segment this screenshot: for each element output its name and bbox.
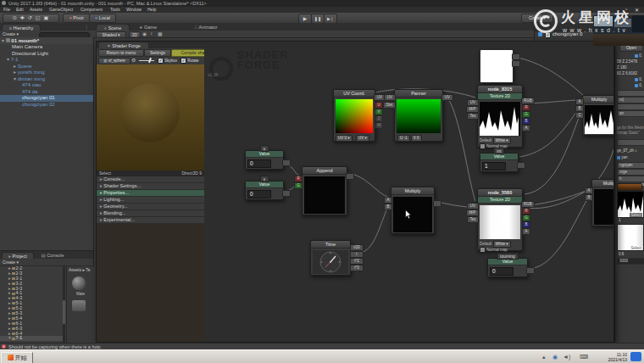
gear-icon[interactable]: ⚙ — [131, 57, 136, 63]
output-port[interactable] — [346, 173, 354, 180]
preview-slider[interactable] — [139, 60, 154, 61]
hierarchy-item-selected[interactable]: chongciyan 01 — [0, 95, 93, 102]
hierarchy-item[interactable]: ▸ yunshi zong — [0, 70, 93, 76]
node-multiply-farright[interactable]: Multiply A B — [591, 179, 613, 226]
start-button[interactable]: 开始 — [1, 352, 33, 363]
input-port-b[interactable]: B — [575, 105, 584, 112]
pivot-button[interactable]: ● Pivot — [63, 14, 90, 23]
input-port-mip[interactable]: MIP — [466, 209, 479, 216]
input-port-mip[interactable]: MIP — [466, 106, 479, 113]
tab-animator[interactable]: ⁝⁝ Animator — [186, 24, 225, 31]
foldout-icon[interactable]: ▾ — [7, 57, 9, 62]
output-port-t2[interactable]: t*2 — [350, 258, 364, 265]
menu-file[interactable]: File — [3, 7, 10, 12]
normal-map-checkbox[interactable] — [480, 247, 486, 253]
asset-thumbnail[interactable] — [72, 300, 86, 311]
scene-root-row[interactable]: ▾ 01 mounth* — [0, 37, 93, 44]
inspector-dropdown[interactable] — [617, 90, 644, 97]
node-multiply-mid[interactable]: Multiply A B — [391, 187, 435, 234]
panner-u-value[interactable]: U -1 — [397, 135, 410, 142]
inspector-dropdown[interactable] — [617, 103, 644, 110]
inspector-dropdown[interactable]: h — [617, 176, 644, 182]
tray-network-icon[interactable]: ◉ — [552, 354, 558, 360]
input-port-tex[interactable]: Tex — [467, 113, 479, 120]
foldout-icon[interactable]: ▸ — [14, 70, 16, 75]
menu-window[interactable]: Window — [126, 7, 142, 12]
output-port-v[interactable]: V — [375, 109, 383, 115]
shader-row[interactable]: orge — [617, 169, 644, 176]
output-port-uv[interactable]: UV — [441, 94, 453, 101]
section-geometry[interactable]: ▸ Geometry... — [97, 204, 204, 210]
value-input[interactable]: 1 — [482, 162, 506, 170]
node-int[interactable]: int Value 1 — [480, 153, 519, 172]
section-console[interactable]: ▸ Console... — [97, 176, 204, 183]
output-port-z[interactable]: Z — [375, 115, 383, 122]
tab-game[interactable]: ◄ Game — [131, 24, 164, 31]
mesh-dropdown[interactable]: ▦ sf_sphere — [98, 58, 130, 64]
2d-toggle[interactable]: 2D — [129, 31, 141, 38]
foldout-icon[interactable]: ▸ — [14, 64, 16, 69]
input-port-dist[interactable]: Dist — [383, 102, 396, 109]
node-value-u[interactable]: u Value 0 — [245, 150, 284, 170]
value-input[interactable]: 0 — [490, 267, 514, 276]
local-button[interactable]: ● Local — [89, 14, 116, 23]
foldout-icon[interactable]: ▾ — [2, 38, 4, 43]
tray-icon[interactable]: ▴ — [542, 354, 546, 360]
output-port-r[interactable]: R — [522, 208, 530, 215]
node-tex-5580[interactable]: node_5580 Texture 2D Default White ▾ Nor… — [477, 188, 523, 251]
uv-channel-dropdown[interactable]: UV 0 ▾ — [336, 135, 353, 142]
tray-volume-icon[interactable]: ◄) — [563, 354, 570, 360]
node-texture-white-top[interactable] — [480, 49, 514, 83]
effects-toggle-icon[interactable]: ▦ — [158, 31, 163, 36]
output-port-t3[interactable]: t*3 — [350, 265, 364, 271]
panner-v-value[interactable]: V 0 — [411, 135, 422, 142]
input-port-c[interactable]: C — [575, 112, 584, 119]
hierarchy-item[interactable]: Main Camera — [0, 44, 93, 51]
normal-map-checkbox[interactable] — [480, 143, 486, 149]
value-input[interactable]: 0 — [247, 190, 271, 198]
input-port-g[interactable]: G — [294, 182, 303, 189]
input-port-a[interactable]: A — [384, 197, 392, 204]
section-shader-settings[interactable]: ▸ Shader Settings... — [97, 183, 204, 190]
node-value-v[interactable]: v Value 0 — [245, 181, 284, 200]
output-port-b[interactable]: B — [522, 118, 530, 125]
material-thumbnail[interactable] — [72, 276, 86, 290]
hierarchy-item[interactable]: Directional Light — [0, 51, 93, 58]
output-port-u[interactable]: U — [375, 102, 383, 109]
select-label[interactable]: Select — [99, 170, 111, 176]
menu-help[interactable]: Help — [147, 7, 156, 12]
texture-thumb-white[interactable]: Select — [617, 224, 644, 251]
node-touming[interactable]: touming Value 0 — [487, 258, 528, 277]
taskbar-clock[interactable]: 11:10 2021/4/13 — [595, 352, 627, 362]
project-tree-scrollbar[interactable] — [63, 266, 65, 344]
input-method-button[interactable] — [630, 352, 641, 361]
shader-dropdown[interactable]: ngciyan — [617, 162, 644, 169]
input-port-a[interactable]: A — [585, 187, 593, 194]
lighting-toggle-icon[interactable]: ◉ — [142, 31, 147, 36]
output-port-a[interactable]: A — [522, 228, 530, 235]
input-port-b[interactable]: B — [384, 204, 392, 210]
breadcrumb[interactable]: Assets ▸ Te — [67, 266, 94, 272]
inspector-dropdown[interactable]: m) — [617, 97, 644, 103]
output-port[interactable] — [282, 190, 291, 197]
node-uv-coord[interactable]: UV Coord. UV 0 ▾ UV ▾ UV U V Z W — [333, 89, 375, 142]
output-port-rgb[interactable]: RGB — [521, 98, 535, 104]
input-port-uv[interactable]: UV — [467, 99, 479, 106]
input-port-b[interactable]: B — [585, 194, 593, 201]
value-field[interactable]: 3000 — [617, 258, 644, 265]
section-lighting[interactable]: ▸ Lighting... — [97, 197, 204, 204]
output-port-t[interactable]: t — [350, 251, 364, 258]
hierarchy-item[interactable]: ▾ 7-1 — [0, 57, 93, 64]
menu-tools[interactable]: Tools — [110, 7, 120, 12]
rotate-checkbox[interactable]: ✓ Rotate — [180, 58, 199, 64]
output-port-t20[interactable]: t/20 — [350, 244, 364, 251]
menu-gameobject[interactable]: GameObject — [49, 7, 73, 12]
transform-tools[interactable]: ⊙✚↺◱▣ — [3, 14, 59, 23]
select-label[interactable]: Select — [630, 213, 642, 217]
node-panner[interactable]: Panner U -1 V 0 UV Dist UV — [394, 89, 443, 142]
input-port-r[interactable]: R — [294, 176, 303, 182]
hierarchy-item[interactable]: ▾ dimian zong — [0, 76, 93, 83]
value-input[interactable]: 0 — [247, 159, 271, 168]
input-port-a[interactable]: A — [575, 98, 584, 105]
sf-shader-preview[interactable] — [97, 64, 205, 170]
